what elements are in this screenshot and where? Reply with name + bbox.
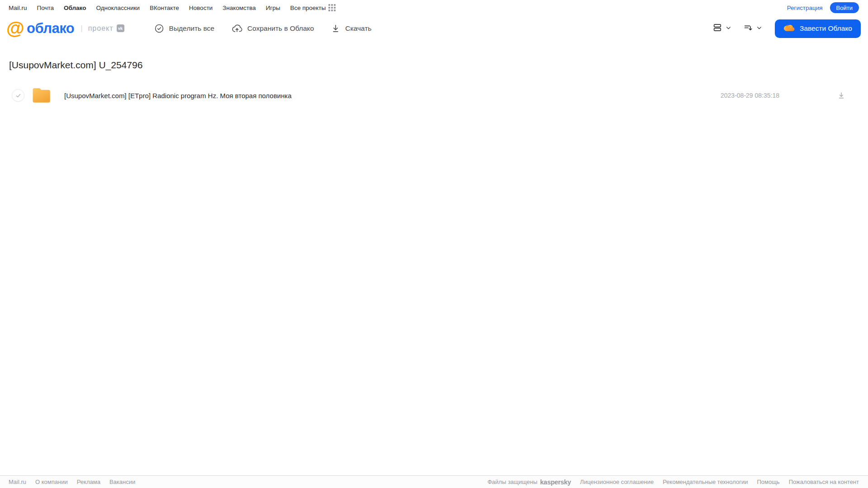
logo-wordmark: облако bbox=[27, 20, 74, 37]
vk-logo-icon: vk bbox=[117, 24, 124, 32]
topnav-link-dating[interactable]: Знакомства bbox=[223, 5, 256, 11]
topnav-link-mail[interactable]: Почта bbox=[37, 5, 54, 11]
chevron-down-icon bbox=[726, 24, 731, 33]
cloud-icon bbox=[783, 23, 795, 34]
check-circle-icon bbox=[154, 24, 164, 33]
logo-project-label: проект bbox=[88, 24, 114, 33]
shared-folder-content: [UsupovMarket.com] U_254796 [UsupovMarke… bbox=[0, 42, 868, 475]
list-view-icon bbox=[712, 23, 722, 34]
topnav-link-cloud[interactable]: Облако bbox=[64, 5, 86, 11]
mailru-at-icon: @ bbox=[6, 20, 24, 37]
kaspersky-logo[interactable]: kaspersky bbox=[540, 479, 571, 486]
select-all-label: Выделить все bbox=[169, 24, 214, 33]
login-button[interactable]: Войти bbox=[830, 2, 859, 13]
download-button[interactable]: Скачать bbox=[331, 24, 371, 33]
file-checkbox[interactable] bbox=[12, 89, 24, 102]
chevron-down-icon bbox=[756, 24, 762, 33]
all-projects-grid-icon[interactable] bbox=[328, 4, 336, 11]
footer-link-recommendation-tech[interactable]: Рекомендательные технологии bbox=[663, 479, 748, 485]
topnav-link-games[interactable]: Игры bbox=[266, 5, 280, 11]
footer-link-jobs[interactable]: Вакансии bbox=[109, 479, 135, 485]
footer-link-license[interactable]: Лицензионное соглашение bbox=[580, 479, 654, 485]
file-modified-date: 2023-08-29 08:35:18 bbox=[721, 92, 779, 99]
save-to-cloud-label: Сохранить в Облако bbox=[247, 24, 314, 33]
kaspersky-protection: Файлы защищены kaspersky bbox=[488, 479, 571, 486]
save-to-cloud-button[interactable]: Сохранить в Облако bbox=[232, 24, 314, 33]
footer-link-ads[interactable]: Реклама bbox=[77, 479, 100, 485]
footer-link-mailru[interactable]: Mail.ru bbox=[9, 479, 26, 485]
topnav-link-vkontakte[interactable]: ВКонтакте bbox=[150, 5, 179, 11]
row-download-icon[interactable] bbox=[837, 91, 845, 99]
download-icon bbox=[331, 24, 340, 33]
logo-separator: | bbox=[81, 24, 82, 33]
file-actions-toolbar: Выделить все Сохранить в Облако Скачат bbox=[154, 24, 372, 33]
file-row[interactable]: [UsupovMarket.com] [ETpro] Radionic prog… bbox=[9, 85, 859, 106]
topnav-link-news[interactable]: Новости bbox=[189, 5, 213, 11]
select-all-button[interactable]: Выделить все bbox=[154, 24, 214, 33]
cloud-logo[interactable]: @ облако | проект vk bbox=[6, 20, 124, 37]
sort-dropdown[interactable] bbox=[743, 23, 762, 34]
footer-link-help[interactable]: Помощь bbox=[757, 479, 779, 485]
get-cloud-label: Завести Облако bbox=[800, 24, 852, 33]
folder-icon[interactable] bbox=[32, 86, 51, 105]
register-link[interactable]: Регистрация bbox=[787, 5, 823, 11]
cloud-upload-icon bbox=[232, 24, 242, 33]
footer-link-report-content[interactable]: Пожаловаться на контент bbox=[789, 479, 859, 485]
view-mode-dropdown[interactable] bbox=[712, 23, 731, 34]
portal-navbar: Mail.ru Почта Облако Одноклассники ВКонт… bbox=[0, 0, 868, 15]
sort-icon bbox=[743, 23, 753, 34]
download-label: Скачать bbox=[345, 24, 371, 33]
cloud-header: @ облако | проект vk Выделить все bbox=[0, 15, 868, 42]
footer-link-about[interactable]: О компании bbox=[35, 479, 68, 485]
topnav-link-all-projects[interactable]: Все проекты bbox=[290, 5, 326, 11]
kaspersky-protected-label: Файлы защищены bbox=[488, 479, 537, 485]
topnav-link-mailru[interactable]: Mail.ru bbox=[9, 5, 27, 11]
get-cloud-button[interactable]: Завести Облако bbox=[775, 19, 861, 38]
file-name-link[interactable]: [UsupovMarket.com] [ETpro] Radionic prog… bbox=[64, 92, 292, 99]
header-right-controls: Завести Облако bbox=[712, 19, 861, 38]
topnav-link-odnoklassniki[interactable]: Одноклассники bbox=[96, 5, 139, 11]
page-footer: Mail.ru О компании Реклама Вакансии Файл… bbox=[0, 475, 868, 488]
page-title: [UsupovMarket.com] U_254796 bbox=[9, 60, 859, 71]
